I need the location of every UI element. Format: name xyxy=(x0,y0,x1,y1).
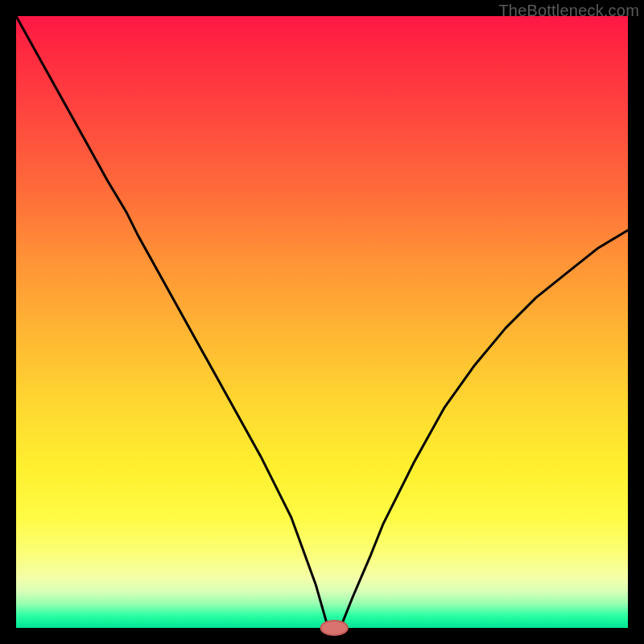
bottleneck-curve xyxy=(16,16,628,628)
chart-frame: TheBottleneck.com xyxy=(0,0,644,644)
plot-area xyxy=(16,16,628,628)
bottleneck-chart xyxy=(16,16,628,628)
minimum-marker xyxy=(321,621,348,635)
